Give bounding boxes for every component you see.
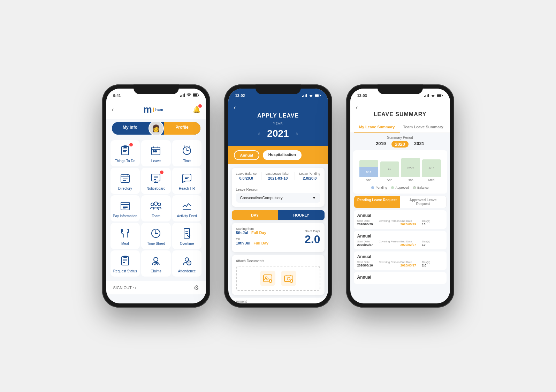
- logo-text: hcm: [155, 107, 163, 112]
- menu-item-time[interactable]: Time: [172, 140, 202, 166]
- phone1-screen: 9:41: [106, 89, 206, 303]
- team-icon: [149, 199, 163, 213]
- menu-item-pay-information[interactable]: Pay Information: [111, 195, 140, 221]
- attach-docs-label: Attach Documents: [236, 259, 320, 263]
- leave-dates-left: Starting from 8th Jul Full Day Till 10th…: [236, 227, 305, 248]
- svg-rect-5: [193, 94, 197, 97]
- svg-rect-6: [198, 95, 199, 96]
- attach-image-icon[interactable]: [260, 271, 275, 286]
- profile-bar: My Info 👩 Profile: [112, 122, 200, 135]
- year-2020[interactable]: 2020: [391, 141, 409, 148]
- pay-information-label: Pay Information: [113, 214, 137, 218]
- svg-line-21: [184, 146, 185, 146]
- chart-label-ann1: Ann: [366, 178, 371, 182]
- menu-item-claims[interactable]: Claims: [141, 250, 171, 277]
- apply-leave-title: APPLY LEAVE: [234, 113, 322, 119]
- menu-item-noticeboard[interactable]: Noticeboard: [141, 168, 171, 194]
- period-years: 2019 2020 2021: [350, 141, 450, 148]
- leave-request-item-3: Annual Start Date 2020/03/16 Covering Pe…: [354, 251, 447, 270]
- svg-rect-84: [427, 95, 428, 97]
- menu-item-leave[interactable]: Leave: [141, 140, 171, 166]
- menu-item-request-status[interactable]: Request Status: [111, 250, 140, 277]
- menu-item-meal[interactable]: Meal: [111, 223, 140, 249]
- back-arrow-icon[interactable]: ‹: [112, 106, 114, 113]
- svg-rect-11: [124, 146, 127, 148]
- menu-item-attendence[interactable]: Attendence: [172, 250, 202, 277]
- svg-rect-16: [153, 151, 154, 152]
- my-info-button[interactable]: My Info: [112, 122, 148, 135]
- attach-camera-icon[interactable]: [281, 271, 296, 286]
- day-toggle-button[interactable]: DAY: [232, 210, 278, 220]
- starting-from-label: Starting from: [236, 227, 305, 231]
- comment-section: Comment: [228, 298, 328, 303]
- year-2021[interactable]: 2021: [414, 141, 424, 148]
- last-taken-value: 2021-03-10: [266, 176, 290, 180]
- apply-leave-back[interactable]: ‹: [234, 104, 322, 111]
- req-days-1: Day(s) 10: [422, 219, 443, 226]
- menu-item-things-to-do[interactable]: Things To Do: [111, 140, 140, 166]
- phone1-notch: [134, 84, 179, 94]
- menu-item-time-sheet[interactable]: Time Sheet: [141, 223, 171, 249]
- phone1-header: ‹ m i hcm 🔔: [106, 101, 206, 119]
- sign-out-button[interactable]: SIGN OUT ↪: [113, 286, 136, 290]
- leave-reason-label: Leave Reason: [236, 188, 320, 191]
- starting-from-row: Starting from 8th Jul Full Day: [236, 227, 305, 235]
- menu-item-overtime[interactable]: Overtime: [172, 223, 202, 249]
- prev-year-arrow[interactable]: ‹: [258, 130, 260, 137]
- next-year-arrow[interactable]: ›: [296, 130, 298, 137]
- req-type-3: Annual: [357, 254, 443, 259]
- leave-pending-label: Leave Pending: [299, 172, 320, 175]
- chevron-down-icon: ▼: [312, 196, 316, 200]
- leave-summary-back[interactable]: ‹: [356, 104, 444, 111]
- approved-request-tab[interactable]: Approved Leave Request: [400, 196, 446, 208]
- team-leave-summary-tab[interactable]: Team Leave Summary: [400, 122, 447, 133]
- phone2-screen: 13:02 ‹ APPLY LEAVE YEAR ‹ 2021 ›: [228, 89, 328, 303]
- req-start-label-1: Start Date 2020/05/29: [357, 219, 378, 226]
- req-end-3: End Date 2020/03/17: [401, 261, 421, 267]
- menu-grid: Things To Do Leave: [106, 137, 206, 279]
- noticeboard-label: Noticeboard: [147, 187, 166, 190]
- annual-leave-button[interactable]: Annual: [234, 150, 259, 160]
- svg-rect-85: [428, 94, 429, 97]
- menu-item-reach-hr[interactable]: Reach HR: [172, 168, 202, 194]
- avatar[interactable]: 👩: [148, 122, 164, 135]
- svg-rect-59: [124, 256, 127, 258]
- wifi-icon: [186, 93, 191, 98]
- legend-approved-label: Approved: [395, 186, 409, 189]
- svg-rect-89: [442, 95, 443, 96]
- chart-col-hos: 10+20 Hos: [401, 157, 420, 182]
- year-label: YEAR: [273, 122, 283, 125]
- logo-i: i: [153, 106, 155, 114]
- attach-docs-area[interactable]: [236, 266, 320, 291]
- chart-label-hos: Hos: [408, 178, 413, 182]
- leave-balance-label: Leave Balance: [236, 172, 257, 175]
- profile-button[interactable]: Profile: [164, 122, 200, 135]
- svg-point-43: [151, 203, 154, 206]
- pending-request-tab[interactable]: Pending Leave Request: [354, 196, 400, 208]
- balance-bar-med: 5+15: [422, 159, 441, 177]
- notification-bell[interactable]: 🔔: [193, 106, 200, 113]
- leave-reason-select[interactable]: Consecutive/Compulsory ▼: [236, 193, 320, 203]
- stat-divider2: [295, 172, 295, 180]
- hospitalisation-leave-button[interactable]: Hospitalisation: [263, 150, 302, 160]
- no-of-days: No of Days 2.0: [305, 229, 320, 246]
- year-2019[interactable]: 2019: [376, 141, 386, 148]
- leave-requests-tabs: Pending Leave Request Approved Leave Req…: [354, 196, 447, 208]
- req-covering-3: Covering Person: [379, 261, 400, 267]
- settings-icon[interactable]: ⚙: [193, 284, 199, 292]
- chart-col-ann2: 6+ Ann: [380, 157, 399, 182]
- menu-item-team[interactable]: Team: [141, 195, 171, 221]
- svg-rect-82: [424, 96, 425, 97]
- hourly-toggle-button[interactable]: HOURLY: [278, 210, 325, 220]
- legend-balance: Balance: [413, 186, 429, 189]
- legend-pending-dot: [371, 186, 374, 189]
- menu-item-activity-feed[interactable]: Activity Feed: [172, 195, 202, 221]
- till-value: 10th Jul Full Day: [236, 241, 305, 245]
- menu-item-directory[interactable]: Directory: [111, 168, 140, 194]
- phone3-status-icons: [424, 94, 443, 97]
- phone3: 13:03 ‹ LEAVE SUMMARY My Leave Summary T…: [346, 84, 454, 308]
- phone2: 13:02 ‹ APPLY LEAVE YEAR ‹ 2021 ›: [224, 84, 332, 308]
- balance-bar-ann1: [359, 160, 378, 167]
- my-leave-summary-tab[interactable]: My Leave Summary: [354, 122, 400, 133]
- leave-summary-tabs: My Leave Summary Team Leave Summary: [350, 122, 450, 133]
